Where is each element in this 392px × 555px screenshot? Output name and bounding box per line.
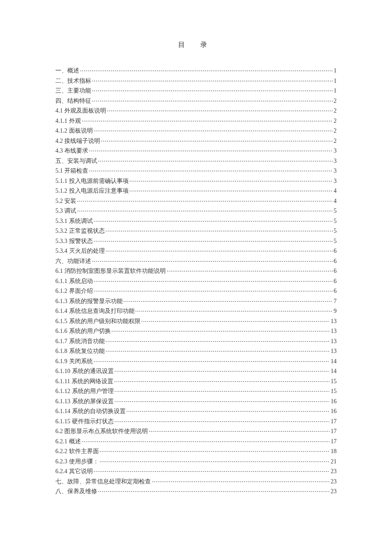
toc-entry-label: 5.1.1 投入电源前需确认事项 — [55, 176, 129, 186]
toc-entry-page: 3 — [334, 166, 337, 176]
toc-entry-label: 6.1.7 系统消音功能 — [55, 336, 105, 347]
toc-entry-label: 6.1.11 系统的网络设置 — [55, 376, 113, 387]
toc-entry: 5.1.2 投入电源后应注意事项4 — [55, 186, 337, 196]
toc-leader-dots — [94, 357, 330, 363]
toc-entry-page: 13 — [331, 326, 337, 336]
toc-entry-page: 14 — [331, 356, 337, 367]
toc-leader-dots — [114, 377, 330, 383]
toc-entry-label: 6.1.15 硬件指示灯状态 — [55, 416, 114, 427]
toc-entry-label: 5.2 安装 — [55, 196, 76, 206]
toc-entry-label: 6.1.1 系统启动 — [55, 276, 93, 286]
toc-entry-label: 二、技术指标 — [55, 76, 91, 86]
toc-entry-page: 3 — [334, 176, 337, 186]
toc-entry-page: 5 — [334, 206, 337, 216]
toc-leader-dots — [115, 417, 330, 423]
toc-leader-dots — [149, 427, 330, 433]
toc-entry-label: 七、故障、异常信息处理和定期检查 — [55, 477, 151, 487]
toc-entry-label: 五、安装与调试 — [55, 156, 97, 166]
toc-entry-label: 4.1.2 面板说明 — [55, 126, 93, 136]
toc-entry-page: 2 — [334, 96, 337, 106]
toc-entry-page: 17 — [331, 416, 337, 427]
toc-entry-label: 6.1.10 系统的通讯设置 — [55, 366, 114, 376]
toc-entry-page: 9 — [334, 306, 337, 316]
toc-entry-page: 3 — [334, 156, 337, 166]
toc-entry-label: 6.1.13 系统的屏保设置 — [55, 396, 114, 407]
toc-entry: 6.1.3 系统的报警显示功能7 — [55, 296, 337, 306]
toc-entry: 6.2.3 使用步骤：21 — [55, 457, 337, 467]
toc-entry-label: 6.2.4 其它说明 — [55, 466, 93, 477]
toc-entry: 6.1.13 系统的屏保设置16 — [55, 396, 337, 407]
toc-leader-dots — [94, 287, 333, 293]
toc-entry: 6.1.1 系统启动6 — [55, 276, 337, 286]
toc-leader-dots — [130, 177, 333, 183]
toc-leader-dots — [130, 187, 333, 193]
toc-entry-label: 5.3 调试 — [55, 206, 76, 216]
toc-entry: 6.1.15 硬件指示灯状态17 — [55, 416, 337, 427]
toc-entry-page: 1 — [334, 86, 337, 96]
toc-entry: 5.2 安装4 — [55, 196, 337, 206]
toc-entry-page: 13 — [331, 346, 337, 356]
toc-leader-dots — [98, 487, 330, 493]
toc-leader-dots — [92, 87, 333, 92]
toc-entry-label: 6.2.2 软件主界面 — [55, 446, 99, 457]
toc-entry-page: 1 — [334, 66, 337, 76]
toc-entry: 三、主要功能1 — [55, 86, 337, 96]
toc-entry-label: 一、概述 — [55, 66, 79, 76]
toc-entry-page: 16 — [331, 406, 337, 416]
toc-leader-dots — [98, 157, 333, 163]
toc-leader-dots — [107, 107, 333, 113]
toc-entry-label: 6.1.3 系统的报警显示功能 — [55, 296, 123, 306]
toc-entry: 6.2 图形显示布点系统软件使用说明17 — [55, 426, 337, 436]
toc-entry-label: 6.2.3 使用步骤： — [55, 457, 99, 467]
toc-entry-page: 7 — [334, 296, 337, 306]
toc-entry-label: 6.1.4 系统信息查询及打印功能 — [55, 306, 135, 316]
toc-leader-dots — [115, 397, 330, 403]
toc-entry-label: 5.3.2 正常监视状态 — [55, 226, 105, 236]
toc-entry-page: 2 — [334, 106, 337, 116]
toc-entry: 一、概述1 — [55, 66, 337, 76]
toc-entry-label: 三、主要功能 — [55, 86, 91, 96]
toc-leader-dots — [92, 257, 333, 263]
toc-entry-page: 3 — [334, 146, 337, 156]
toc-leader-dots — [92, 97, 333, 103]
toc-leader-dots — [94, 237, 333, 243]
toc-entry: 6.1 消防控制室图形显示装置软件功能说明6 — [55, 266, 337, 276]
toc-entry: 4.1.1 外观2 — [55, 116, 337, 126]
toc-entry-label: 5.1.2 投入电源后应注意事项 — [55, 186, 129, 196]
toc-leader-dots — [94, 217, 333, 223]
toc-leader-dots — [127, 407, 330, 413]
toc-leader-dots — [106, 227, 333, 233]
toc-entry-label: 5.3.3 报警状态 — [55, 236, 93, 246]
toc-entry: 5.3.3 报警状态5 — [55, 236, 337, 246]
toc-entry: 4.1.2 面板说明2 — [55, 126, 337, 136]
toc-entry-label: 6.1.6 系统的用户切换 — [55, 326, 111, 336]
toc-entry-label: 5.3.1 系统调试 — [55, 216, 93, 226]
toc-entry: 七、故障、异常信息处理和定期检查23 — [55, 477, 337, 487]
toc-entry: 八、保养及维修23 — [55, 486, 337, 497]
toc-entry: 5.3.1 系统调试5 — [55, 216, 337, 226]
toc-entry-label: 6.1.12 系统的用户管理 — [55, 386, 114, 396]
toc-leader-dots — [106, 337, 330, 343]
toc-title: 目 录 — [55, 40, 337, 49]
toc-leader-dots — [100, 457, 330, 463]
toc-leader-dots — [77, 197, 333, 203]
toc-entry-label: 6.1.14 系统的自动切换设置 — [55, 406, 126, 416]
toc-list: 一、概述1二、技术指标1三、主要功能1四、结构特征24.1 外观及面板说明24.… — [55, 66, 337, 497]
toc-entry-page: 23 — [331, 486, 337, 497]
toc-leader-dots — [80, 66, 333, 72]
toc-entry-label: 6.2.1 概述 — [55, 436, 81, 447]
toc-entry: 6.1.4 系统信息查询及打印功能9 — [55, 306, 337, 316]
toc-entry-label: 6.2 图形显示布点系统软件使用说明 — [55, 426, 148, 436]
toc-leader-dots — [89, 147, 333, 153]
toc-entry-page: 2 — [334, 126, 337, 136]
toc-entry-page: 6 — [334, 266, 337, 276]
toc-entry-page: 2 — [334, 136, 337, 146]
toc-entry-page: 5 — [334, 226, 337, 236]
toc-entry-page: 6 — [334, 276, 337, 286]
toc-entry: 六、功能详述6 — [55, 256, 337, 266]
toc-entry: 5.1 开箱检查3 — [55, 166, 337, 176]
toc-leader-dots — [167, 267, 333, 273]
toc-leader-dots — [100, 447, 330, 453]
toc-entry-page: 1 — [334, 76, 337, 86]
toc-entry-page: 18 — [331, 446, 337, 457]
